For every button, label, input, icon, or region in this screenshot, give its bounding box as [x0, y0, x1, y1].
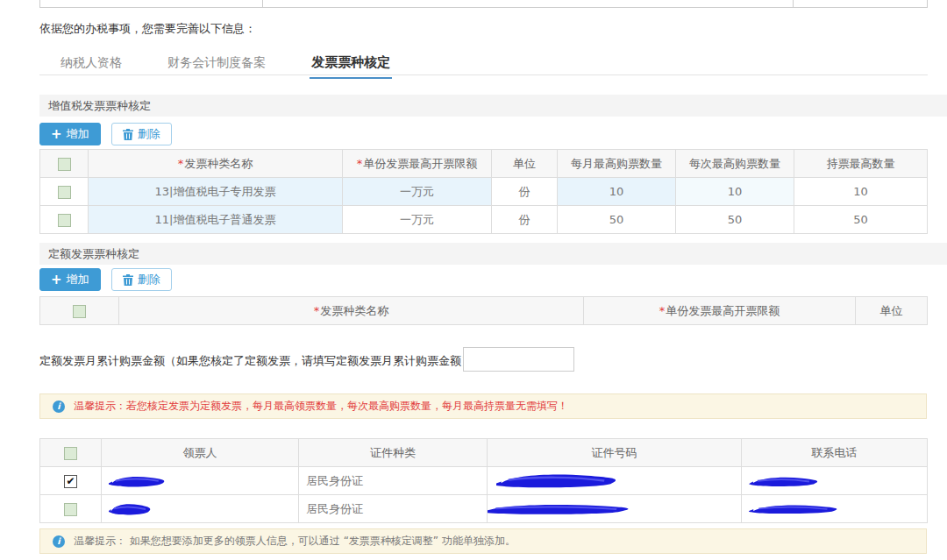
invoice-type-name: 11|增值税电子普通发票 [89, 206, 343, 234]
monthly-total-input[interactable] [463, 347, 574, 372]
info-icon: i [53, 535, 65, 548]
col-id-type: 证件种类 [299, 439, 488, 467]
col-max-invoice-limit: *单份发票最高开票限额 [584, 297, 856, 325]
add-button-label: 增加 [67, 272, 89, 287]
partial-table-row [39, 0, 928, 8]
monthly-max: 10 [558, 178, 676, 206]
fixed-invoice-table: *发票种类名称 *单份发票最高开票限额 单位 [39, 296, 928, 325]
id-type: 居民身份证 [299, 495, 488, 523]
table-cell-divider [793, 0, 794, 7]
notice-text: 温馨提示： 如果您想要添加更多的领票人信息，可以通过 “发票票种核定调整” 功能… [74, 534, 516, 549]
table-row: 13|增值税电子专用发票 一万元 份 10 10 10 [40, 178, 928, 206]
monthly-total-label: 定额发票月累计购票金额（如果您核定了定额发票，请填写定额发票月累计购票金额）： [39, 353, 484, 369]
col-holding-max: 持票最高数量 [794, 150, 928, 178]
plus-icon: + [51, 126, 62, 142]
trash-icon [123, 129, 133, 140]
redacted-scribble [488, 502, 632, 516]
trash-icon [123, 274, 133, 286]
col-collector: 领票人 [102, 439, 299, 467]
unit: 份 [492, 206, 558, 234]
fixed-section-title: 定额发票票种核定 [39, 243, 947, 265]
plus-icon: + [51, 272, 62, 287]
collector-table: 领票人 证件种类 证件号码 联系电话 ✔ 居民身份证 居民身份证 [39, 438, 928, 523]
col-invoice-type-name: *发票种类名称 [89, 150, 343, 178]
redacted-scribble [109, 502, 153, 516]
col-per-time-max: 每次最高购票数量 [676, 150, 794, 178]
holding-max: 50 [794, 206, 928, 234]
redacted-scribble [496, 472, 619, 489]
vat-table-header-row: *发票种类名称 *单份发票最高开票限额 单位 每月最高购票数量 每次最高购票数量… [40, 150, 928, 178]
vat-section-title: 增值税发票票种核定 [39, 95, 947, 117]
table-row: ✔ 居民身份证 [40, 467, 928, 495]
vat-add-button[interactable]: +增加 [39, 123, 101, 145]
vat-toolbar: +增加 删除 [39, 123, 172, 145]
col-unit: 单位 [856, 297, 928, 325]
delete-button-label: 删除 [138, 272, 160, 287]
collector-select-all-checkbox[interactable] [64, 447, 77, 460]
per-time-max: 10 [676, 178, 794, 206]
redacted-scribble [109, 475, 167, 488]
col-monthly-max: 每月最高购票数量 [558, 150, 676, 178]
notice-text: 温馨提示：若您核定发票为定额发票，每月最高领票数量，每次最高购票数量，每月最高持… [74, 399, 568, 414]
vat-select-all-checkbox[interactable] [58, 158, 71, 171]
collector-notice: i 温馨提示： 如果您想要添加更多的领票人信息，可以通过 “发票票种核定调整” … [39, 528, 927, 554]
col-phone: 联系电话 [742, 439, 928, 467]
col-invoice-type-name: *发票种类名称 [119, 297, 584, 325]
add-button-label: 增加 [67, 126, 89, 142]
invoice-type-name: 13|增值税电子专用发票 [89, 178, 343, 206]
col-id-number: 证件号码 [488, 439, 742, 467]
fixed-toolbar: +增加 删除 [39, 268, 172, 291]
fixed-invoice-notice: i 温馨提示：若您核定发票为定额发票，每月最高领票数量，每次最高购票数量，每月最… [39, 393, 927, 419]
fixed-delete-button[interactable]: 删除 [111, 268, 172, 291]
table-row: 居民身份证 [40, 495, 928, 523]
redacted-scribble [749, 475, 821, 488]
tab-accounting-system-filing[interactable]: 财务会计制度备案 [166, 48, 267, 79]
fixed-select-all-checkbox[interactable] [73, 305, 86, 318]
vat-delete-button[interactable]: 删除 [111, 123, 172, 145]
vat-invoice-table: *发票种类名称 *单份发票最高开票限额 单位 每月最高购票数量 每次最高购票数量… [39, 149, 928, 234]
table-cell-divider [262, 0, 263, 7]
col-max-invoice-limit: *单份发票最高开票限额 [343, 150, 492, 178]
delete-button-label: 删除 [138, 126, 160, 142]
max-invoice-limit: 一万元 [343, 206, 492, 234]
table-row: 11|增值税电子普通发票 一万元 份 50 50 50 [40, 206, 928, 234]
row-checkbox[interactable] [58, 214, 71, 227]
collector-table-header-row: 领票人 证件种类 证件号码 联系电话 [40, 439, 928, 467]
per-time-max: 50 [676, 206, 794, 234]
tab-invoice-type-verification[interactable]: 发票票种核定 [310, 47, 392, 79]
tab-taxpayer-qualification[interactable]: 纳税人资格 [59, 48, 124, 79]
unit: 份 [492, 178, 558, 206]
max-invoice-limit: 一万元 [343, 178, 492, 206]
redacted-scribble [749, 503, 840, 515]
tab-bar: 纳税人资格 财务会计制度备案 发票票种核定 [39, 47, 928, 75]
intro-text: 依据您的办税事项，您需要完善以下信息： [39, 21, 256, 37]
monthly-max: 50 [558, 206, 676, 234]
fixed-add-button[interactable]: +增加 [39, 268, 101, 291]
info-icon: i [53, 401, 65, 413]
col-unit: 单位 [492, 150, 558, 178]
row-checkbox[interactable] [58, 186, 71, 199]
id-type: 居民身份证 [299, 467, 488, 495]
row-checkbox[interactable]: ✔ [64, 475, 77, 488]
fixed-table-header-row: *发票种类名称 *单份发票最高开票限额 单位 [40, 297, 928, 325]
row-checkbox[interactable] [64, 503, 77, 516]
holding-max: 10 [794, 178, 928, 206]
